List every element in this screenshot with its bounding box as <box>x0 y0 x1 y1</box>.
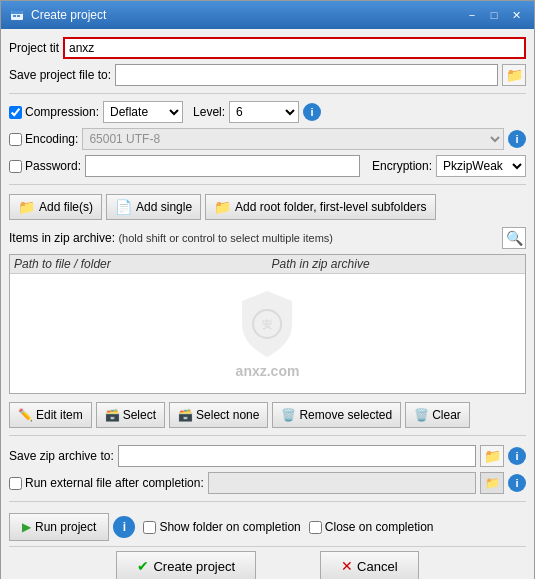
run-external-checkbox-label[interactable]: Run external file after completion: <box>9 476 204 490</box>
create-project-label: Create project <box>153 559 235 574</box>
select-icon: 🗃️ <box>105 408 120 422</box>
edit-buttons-row: ✏️ Edit item 🗃️ Select 🗃️ Select none 🗑️… <box>9 402 526 428</box>
encryption-label: Encryption: <box>372 159 432 173</box>
encoding-row: Encoding: 65001 UTF-8 i <box>9 128 526 150</box>
search-icon: 🔍 <box>506 230 523 246</box>
run-external-folder-icon: 📁 <box>485 476 500 490</box>
folder-icon: 📁 <box>506 67 523 83</box>
run-external-info-icon[interactable]: i <box>508 474 526 492</box>
items-label: Items in zip archive: (hold shift or con… <box>9 231 333 245</box>
save-project-folder-button[interactable]: 📁 <box>502 64 526 86</box>
level-label: Level: <box>193 105 225 119</box>
close-button[interactable]: ✕ <box>506 6 526 24</box>
save-project-input[interactable] <box>115 64 498 86</box>
file-list-body[interactable]: 安 anxz.com <box>10 274 525 393</box>
remove-icon: 🗑️ <box>281 408 296 422</box>
save-zip-row: Save zip archive to: 📁 i <box>9 445 526 467</box>
restore-button[interactable]: □ <box>484 6 504 24</box>
save-zip-label: Save zip archive to: <box>9 449 114 463</box>
add-single-label: Add single <box>136 200 192 214</box>
check-icon: ✔ <box>137 558 149 574</box>
add-buttons-row: 📁 Add file(s) 📄 Add single 📁 Add root fo… <box>9 194 526 220</box>
select-none-label: Select none <box>196 408 259 422</box>
close-label: Close on completion <box>325 520 434 534</box>
save-zip-folder-icon: 📁 <box>484 448 501 464</box>
edit-item-button[interactable]: ✏️ Edit item <box>9 402 92 428</box>
divider-3 <box>9 435 526 436</box>
show-folder-checkbox[interactable] <box>143 521 156 534</box>
select-none-button[interactable]: 🗃️ Select none <box>169 402 268 428</box>
cancel-label: Cancel <box>357 559 397 574</box>
password-checkbox-label[interactable]: Password: <box>9 159 81 173</box>
x-icon: ✕ <box>341 558 353 574</box>
form-content: Project tit Save project file to: 📁 Comp… <box>1 29 534 579</box>
close-checkbox[interactable] <box>309 521 322 534</box>
level-select[interactable]: 1234 56789 <box>229 101 299 123</box>
clear-button[interactable]: 🗑️ Clear <box>405 402 470 428</box>
project-title-input[interactable] <box>63 37 526 59</box>
svg-text:安: 安 <box>262 319 273 330</box>
edit-item-label: Edit item <box>36 408 83 422</box>
svg-rect-2 <box>13 15 16 17</box>
password-checkbox[interactable] <box>9 160 22 173</box>
add-single-button[interactable]: 📄 Add single <box>106 194 201 220</box>
remove-selected-button[interactable]: 🗑️ Remove selected <box>272 402 401 428</box>
encoding-checkbox[interactable] <box>9 133 22 146</box>
run-project-button[interactable]: ▶ Run project <box>9 513 109 541</box>
show-folder-label: Show folder on completion <box>159 520 300 534</box>
clear-label: Clear <box>432 408 461 422</box>
select-button[interactable]: 🗃️ Select <box>96 402 165 428</box>
remove-selected-label: Remove selected <box>299 408 392 422</box>
add-files-label: Add file(s) <box>39 200 93 214</box>
run-external-folder-button[interactable]: 📁 <box>480 472 504 494</box>
divider-1 <box>9 93 526 94</box>
add-root-label: Add root folder, first-level subfolders <box>235 200 426 214</box>
save-zip-folder-button[interactable]: 📁 <box>480 445 504 467</box>
show-folder-checkbox-label[interactable]: Show folder on completion <box>143 520 300 534</box>
search-button[interactable]: 🔍 <box>502 227 526 249</box>
completion-options: Show folder on completion Close on compl… <box>143 520 526 534</box>
password-label: Password: <box>25 159 81 173</box>
create-project-window: Create project − □ ✕ Project tit Save pr… <box>0 0 535 579</box>
run-external-input[interactable] <box>208 472 476 494</box>
divider-2 <box>9 184 526 185</box>
compression-checkbox[interactable] <box>9 106 22 119</box>
file-list-header: Path to file / folder Path in zip archiv… <box>10 255 525 274</box>
encoding-select[interactable]: 65001 UTF-8 <box>82 128 504 150</box>
password-input[interactable] <box>85 155 360 177</box>
save-zip-input[interactable] <box>118 445 476 467</box>
cancel-button[interactable]: ✕ Cancel <box>320 551 418 579</box>
compression-method-select[interactable]: Deflate Store Bzip2 <box>103 101 183 123</box>
compression-row: Compression: Deflate Store Bzip2 Level: … <box>9 101 526 123</box>
compression-checkbox-label[interactable]: Compression: <box>9 105 99 119</box>
run-project-info-button[interactable]: i <box>113 516 135 538</box>
add-files-button[interactable]: 📁 Add file(s) <box>9 194 102 220</box>
minimize-button[interactable]: − <box>462 6 482 24</box>
add-root-button[interactable]: 📁 Add root folder, first-level subfolder… <box>205 194 435 220</box>
window-icon <box>9 7 25 23</box>
bottom-buttons-row: ▶ Run project i Show folder on completio… <box>9 513 526 541</box>
save-zip-info-icon[interactable]: i <box>508 447 526 465</box>
window-title: Create project <box>31 8 462 22</box>
svg-rect-3 <box>17 15 20 17</box>
col-path-header: Path to file / folder <box>14 257 264 271</box>
final-buttons-row: ✔ Create project ✕ Cancel <box>9 546 526 579</box>
watermark-text: anxz.com <box>236 363 300 379</box>
col-zip-header: Path in zip archive <box>264 257 522 271</box>
run-external-checkbox[interactable] <box>9 477 22 490</box>
encoding-checkbox-label[interactable]: Encoding: <box>9 132 78 146</box>
run-external-row: Run external file after completion: 📁 i <box>9 472 526 494</box>
watermark: 安 anxz.com <box>236 289 300 379</box>
compression-info-icon[interactable]: i <box>303 103 321 121</box>
svg-rect-1 <box>11 11 23 14</box>
close-checkbox-label[interactable]: Close on completion <box>309 520 434 534</box>
divider-4 <box>9 501 526 502</box>
items-header-row: Items in zip archive: (hold shift or con… <box>9 227 526 249</box>
encryption-select[interactable]: PkzipWeak AES-128 AES-256 <box>436 155 526 177</box>
encoding-label: Encoding: <box>25 132 78 146</box>
create-project-button[interactable]: ✔ Create project <box>116 551 256 579</box>
add-root-icon: 📁 <box>214 199 231 215</box>
encoding-info-icon[interactable]: i <box>508 130 526 148</box>
pencil-icon: ✏️ <box>18 408 33 422</box>
add-single-icon: 📄 <box>115 199 132 215</box>
